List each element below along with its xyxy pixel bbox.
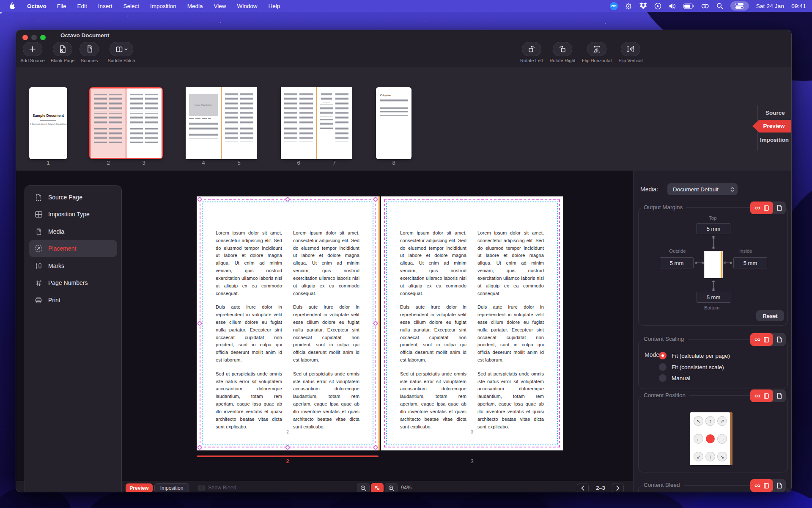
thumbnail-spread-4-5[interactable]: Image Placeholder xyxy=(186,87,257,159)
selection-handle[interactable] xyxy=(373,445,378,450)
close-button[interactable] xyxy=(22,35,28,40)
radio-fit-consistent[interactable]: Fit (consistent scale) xyxy=(659,362,724,372)
menu-time[interactable]: 09:41 xyxy=(791,3,806,9)
selection-handle[interactable] xyxy=(198,197,202,202)
menu-edit[interactable]: Edit xyxy=(72,3,93,9)
link-scope-icon[interactable] xyxy=(754,337,760,342)
position-top-left-button[interactable]: ↖ xyxy=(694,416,703,426)
rotate-right-tool[interactable]: Rotate Right xyxy=(545,42,580,63)
reset-button[interactable]: Reset xyxy=(756,310,784,321)
thumbnail-page-7[interactable] xyxy=(316,87,352,159)
menu-date[interactable]: Sat 24 Jan xyxy=(756,3,785,9)
preview-page-3[interactable]: Lorem ipsum dolor sit amet, consectetur … xyxy=(381,196,563,450)
radio-manual[interactable]: Manual xyxy=(659,373,690,383)
control-center-icon[interactable] xyxy=(730,1,749,11)
preview-mode-button[interactable]: Preview xyxy=(126,483,153,492)
thumbnail-page-1[interactable]: Sample Document A Demonstration of Octav… xyxy=(29,87,67,159)
previous-spread-button[interactable] xyxy=(577,483,589,492)
next-spread-button[interactable] xyxy=(612,483,624,492)
show-bleed-checkbox[interactable] xyxy=(198,485,205,491)
sources-tool[interactable]: Sources xyxy=(71,42,107,63)
link-scope-icon[interactable] xyxy=(754,394,760,398)
position-left-button[interactable]: ← xyxy=(694,434,703,444)
menu-app-name[interactable]: Octavo xyxy=(22,3,52,9)
zoom-in-button[interactable] xyxy=(385,483,398,492)
selection-handle[interactable] xyxy=(285,197,290,202)
zoom-out-button[interactable] xyxy=(357,483,370,492)
menu-view[interactable]: View xyxy=(208,3,231,9)
minimize-button[interactable] xyxy=(31,35,37,40)
menu-file[interactable]: File xyxy=(52,3,72,9)
menu-help[interactable]: Help xyxy=(263,3,285,9)
tab-imposition[interactable]: Imposition xyxy=(755,137,792,143)
apple-icon[interactable] xyxy=(8,2,15,10)
page-scope-icon[interactable] xyxy=(777,205,782,211)
sidebar-item-marks[interactable]: Marks xyxy=(29,257,117,274)
sidebar-item-page-numbers[interactable]: Page Numbers xyxy=(29,274,117,291)
page-scope-icon[interactable] xyxy=(777,337,782,342)
zoom-app-icon[interactable]: zm xyxy=(610,2,618,10)
position-top-button[interactable]: ↑ xyxy=(705,416,715,426)
position-bottom-right-button[interactable]: ↘ xyxy=(717,452,727,461)
media-dropdown[interactable]: Document Default xyxy=(667,183,738,195)
thumbnail-page-2[interactable] xyxy=(91,88,126,158)
dropbox-icon[interactable] xyxy=(639,3,647,9)
page-scope-icon[interactable] xyxy=(777,393,782,399)
sidebar-item-placement[interactable]: Placement xyxy=(29,240,117,257)
tab-preview[interactable]: Preview xyxy=(752,120,791,133)
sidebar-item-source-page[interactable]: Source Page xyxy=(29,189,117,206)
thumbnail-page-6[interactable] xyxy=(281,87,316,159)
position-top-right-button[interactable]: ↗ xyxy=(717,416,727,426)
sidebar-item-imposition-type[interactable]: Imposition Type xyxy=(29,206,117,223)
sidebar-item-media[interactable]: Media xyxy=(29,223,117,240)
position-right-button[interactable]: → xyxy=(717,434,727,444)
imposition-mode-button[interactable]: Imposition xyxy=(154,483,189,492)
sidebar-item-print[interactable]: Print xyxy=(29,292,117,309)
thumbnail-spread-2-3[interactable] xyxy=(89,87,163,159)
position-center-button[interactable] xyxy=(706,434,715,443)
helm-icon[interactable] xyxy=(625,3,632,10)
search-icon[interactable] xyxy=(716,3,723,9)
tab-source[interactable]: Source xyxy=(759,110,792,116)
position-bottom-button[interactable]: ↓ xyxy=(705,452,715,461)
menu-imposition[interactable]: Imposition xyxy=(145,3,182,9)
selection-handle[interactable] xyxy=(373,197,378,202)
menu-media[interactable]: Media xyxy=(182,3,208,9)
zoom-window-button[interactable] xyxy=(40,35,46,40)
menu-insert[interactable]: Insert xyxy=(93,3,118,9)
battery-icon[interactable] xyxy=(683,3,694,9)
link-scope-icon[interactable] xyxy=(754,206,760,210)
zoom-fit-button[interactable] xyxy=(371,483,384,492)
saddle-stitch-tool[interactable]: Saddle Stitch xyxy=(104,42,139,63)
play-icon[interactable] xyxy=(654,3,661,10)
menu-window[interactable]: Window xyxy=(231,3,263,9)
volume-icon[interactable] xyxy=(669,3,676,9)
thumbnail-page-8[interactable]: Colophon xyxy=(376,87,411,159)
menu-select[interactable]: Select xyxy=(118,3,145,9)
thumbnail-spread-6-7[interactable] xyxy=(281,87,352,159)
thumbnail-page-5[interactable] xyxy=(221,87,257,159)
flip-vertical-tool[interactable]: Flip Vertical xyxy=(613,42,648,63)
margin-outside-input[interactable]: 5 mm xyxy=(660,257,694,268)
thumbnail-page-3[interactable] xyxy=(126,88,162,158)
selection-handle[interactable] xyxy=(285,445,290,450)
margin-top-input[interactable]: 5 mm xyxy=(697,223,730,234)
preview-page-2[interactable]: Lorem ipsum dolor sit amet, consectetur … xyxy=(197,196,379,450)
selection-handle[interactable] xyxy=(198,321,202,326)
page-scope-icon[interactable] xyxy=(777,483,782,489)
radio-fit-per-page[interactable]: Fit (calculate per page) xyxy=(659,351,730,360)
selection-handle[interactable] xyxy=(373,321,378,326)
book-scope-icon[interactable] xyxy=(764,393,769,399)
selection-handle[interactable] xyxy=(198,445,202,450)
thumbnail-page-4[interactable]: Image Placeholder xyxy=(186,87,221,159)
link-icon[interactable] xyxy=(701,3,709,9)
margin-inside-input[interactable]: 5 mm xyxy=(733,257,767,268)
book-scope-icon[interactable] xyxy=(764,337,769,342)
link-scope-icon[interactable] xyxy=(754,483,760,488)
book-scope-icon[interactable] xyxy=(764,483,769,489)
flip-horizontal-tool[interactable]: Flip Horizontal xyxy=(579,42,614,63)
position-bottom-left-button[interactable]: ↙ xyxy=(694,452,703,461)
margin-bottom-input[interactable]: 5 mm xyxy=(697,292,730,303)
rotate-left-tool[interactable]: Rotate Left xyxy=(514,42,549,63)
book-scope-icon[interactable] xyxy=(764,205,769,211)
